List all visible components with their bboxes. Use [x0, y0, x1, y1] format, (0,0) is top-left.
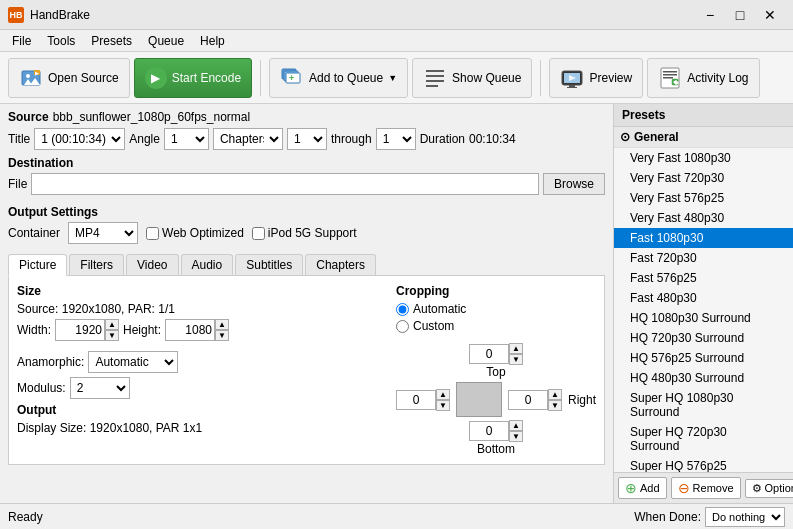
menu-help[interactable]: Help — [192, 32, 233, 50]
svg-rect-13 — [426, 85, 438, 87]
tab-picture[interactable]: Picture — [8, 254, 67, 276]
tab-filters[interactable]: Filters — [69, 254, 124, 275]
chapters-select[interactable]: Chapters — [213, 128, 283, 150]
width-label: Width: — [17, 323, 51, 337]
top-down-button[interactable]: ▼ — [509, 354, 523, 365]
custom-label: Custom — [413, 319, 454, 333]
crop-title: Cropping — [396, 284, 596, 298]
preset-hq-1080p30-surround[interactable]: HQ 1080p30 Surround — [614, 308, 793, 328]
angle-select[interactable]: 1 — [164, 128, 209, 150]
right-spinner: ▲ ▼ — [548, 389, 562, 411]
bottom-up-button[interactable]: ▲ — [509, 420, 523, 431]
height-input[interactable] — [165, 319, 215, 341]
remove-icon: ⊖ — [678, 480, 690, 496]
preset-very-fast-1080p30[interactable]: Very Fast 1080p30 — [614, 148, 793, 168]
minimize-button[interactable]: − — [695, 2, 725, 28]
preview-icon — [560, 66, 584, 90]
left-crop-input[interactable] — [396, 390, 436, 410]
close-button[interactable]: ✕ — [755, 2, 785, 28]
presets-toolbar: ⊕ Add ⊖ Remove ⚙ Options — [614, 472, 793, 503]
preset-superhq-1080p30-surround[interactable]: Super HQ 1080p30 Surround — [614, 388, 793, 422]
right-down-button[interactable]: ▼ — [548, 400, 562, 411]
menu-presets[interactable]: Presets — [83, 32, 140, 50]
tab-audio[interactable]: Audio — [181, 254, 234, 275]
menu-file[interactable]: File — [4, 32, 39, 50]
picture-tab-content: Size Source: 1920x1080, PAR: 1/1 Width: … — [8, 275, 605, 465]
title-select[interactable]: 1 (00:10:34) — [34, 128, 125, 150]
menu-tools[interactable]: Tools — [39, 32, 83, 50]
add-preset-button[interactable]: ⊕ Add — [618, 477, 667, 499]
add-to-queue-button[interactable]: + Add to Queue ▼ — [269, 58, 408, 98]
ipod-support-checkbox[interactable] — [252, 227, 265, 240]
options-preset-button[interactable]: ⚙ Options — [745, 479, 793, 498]
add-to-queue-dropdown[interactable]: ▼ — [388, 73, 397, 83]
crop-top-area: ▲ ▼ Top — [396, 343, 596, 379]
output-settings-row: Container MP4 Web Optimized iPod 5G Supp… — [8, 222, 605, 244]
left-down-button[interactable]: ▼ — [436, 400, 450, 411]
bottom-down-button[interactable]: ▼ — [509, 431, 523, 442]
preset-fast-576p25[interactable]: Fast 576p25 — [614, 268, 793, 288]
width-input[interactable] — [55, 319, 105, 341]
width-up-button[interactable]: ▲ — [105, 319, 119, 330]
top-crop-input[interactable] — [469, 344, 509, 364]
add-to-queue-label: Add to Queue — [309, 71, 383, 85]
open-source-button[interactable]: ▶ Open Source — [8, 58, 130, 98]
preview-button[interactable]: Preview — [549, 58, 643, 98]
top-spinner: ▲ ▼ — [509, 343, 523, 365]
right-up-button[interactable]: ▲ — [548, 389, 562, 400]
preset-fast-720p30[interactable]: Fast 720p30 — [614, 248, 793, 268]
start-encode-button[interactable]: ▶ Start Encode — [134, 58, 252, 98]
crop-preview-box — [456, 382, 502, 417]
menu-queue[interactable]: Queue — [140, 32, 192, 50]
web-optimized-checkbox[interactable] — [146, 227, 159, 240]
preset-fast-1080p30[interactable]: Fast 1080p30 — [614, 228, 793, 248]
source-value: bbb_sunflower_1080p_60fps_normal — [53, 110, 250, 124]
activity-log-button[interactable]: Activity Log — [647, 58, 759, 98]
tab-subtitles[interactable]: Subtitles — [235, 254, 303, 275]
when-done-select[interactable]: Do nothing — [705, 507, 785, 527]
preset-superhq-720p30-surround[interactable]: Super HQ 720p30 Surround — [614, 422, 793, 456]
preset-hq-720p30-surround[interactable]: HQ 720p30 Surround — [614, 328, 793, 348]
chapter-to-select[interactable]: 1 — [376, 128, 416, 150]
preset-superhq-576p25-surround[interactable]: Super HQ 576p25 Surround — [614, 456, 793, 472]
preset-very-fast-720p30[interactable]: Very Fast 720p30 — [614, 168, 793, 188]
top-up-button[interactable]: ▲ — [509, 343, 523, 354]
tab-chapters[interactable]: Chapters — [305, 254, 376, 275]
preset-fast-480p30[interactable]: Fast 480p30 — [614, 288, 793, 308]
source-row: Source bbb_sunflower_1080p_60fps_normal — [8, 110, 605, 124]
height-up-button[interactable]: ▲ — [215, 319, 229, 330]
source-size-row: Source: 1920x1080, PAR: 1/1 — [17, 302, 380, 316]
start-encode-icon: ▶ — [145, 67, 167, 89]
chapter-from-select[interactable]: 1 — [287, 128, 327, 150]
remove-preset-button[interactable]: ⊖ Remove — [671, 477, 741, 499]
duration-value: 00:10:34 — [469, 132, 516, 146]
automatic-radio[interactable] — [396, 303, 409, 316]
preset-hq-480p30-surround[interactable]: HQ 480p30 Surround — [614, 368, 793, 388]
container-select[interactable]: MP4 — [68, 222, 138, 244]
custom-radio[interactable] — [396, 320, 409, 333]
add-label: Add — [640, 482, 660, 494]
modulus-label: Modulus: — [17, 381, 66, 395]
web-optimized-label[interactable]: Web Optimized — [146, 226, 244, 240]
preset-group-general[interactable]: ⊙ General — [614, 127, 793, 148]
width-down-button[interactable]: ▼ — [105, 330, 119, 341]
svg-rect-20 — [663, 71, 677, 73]
preset-very-fast-480p30[interactable]: Very Fast 480p30 — [614, 208, 793, 228]
ipod-support-label[interactable]: iPod 5G Support — [252, 226, 357, 240]
file-input[interactable] — [31, 173, 539, 195]
preset-hq-576p25-surround[interactable]: HQ 576p25 Surround — [614, 348, 793, 368]
left-up-button[interactable]: ▲ — [436, 389, 450, 400]
tab-video[interactable]: Video — [126, 254, 178, 275]
destination-label: Destination — [8, 156, 605, 170]
preset-very-fast-576p25[interactable]: Very Fast 576p25 — [614, 188, 793, 208]
right-crop-input[interactable] — [508, 390, 548, 410]
bottom-label: Bottom — [477, 442, 515, 456]
anamorphic-select[interactable]: Automatic — [88, 351, 178, 373]
bottom-crop-input[interactable] — [469, 421, 509, 441]
show-queue-button[interactable]: Show Queue — [412, 58, 532, 98]
app-title: HandBrake — [30, 8, 90, 22]
modulus-select[interactable]: 2 — [70, 377, 130, 399]
browse-button[interactable]: Browse — [543, 173, 605, 195]
maximize-button[interactable]: □ — [725, 2, 755, 28]
height-down-button[interactable]: ▼ — [215, 330, 229, 341]
